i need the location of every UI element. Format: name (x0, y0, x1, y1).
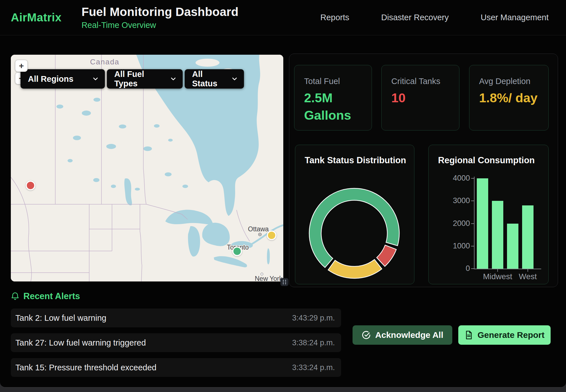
y-tick-label: 3000 (436, 196, 470, 205)
tank-map[interactable]: Canada Ottawa Toronto New York (11, 55, 283, 281)
recent-alerts-title: Recent Alerts (23, 291, 80, 301)
generate-report-label: Generate Report (477, 330, 544, 340)
nav-reports[interactable]: Reports (320, 13, 349, 22)
alert-time: 3:38:24 p.m. (292, 338, 335, 347)
status-filter-dropdown[interactable]: All Status (185, 69, 244, 89)
map-label-new-york: New York (255, 275, 283, 281)
y-tick-mark (471, 223, 474, 224)
stat-card-critical-tanks: Critical Tanks 10 (381, 65, 459, 130)
tank-status-distribution-card: Tank Status Distribution (295, 145, 414, 284)
chart-title: Tank Status Distribution (305, 155, 406, 166)
x-tick-mark (528, 269, 528, 272)
regional-consumption-card: Regional Consumption 01000200030004000Mi… (428, 145, 549, 284)
map-island (196, 59, 219, 67)
main-nav: Reports Disaster Recovery User Managemen… (320, 13, 549, 22)
alert-message: Tank 2: Low fuel warning (15, 313, 106, 323)
bar-1 (492, 201, 503, 269)
stat-card-total-fuel: Total Fuel 2.5M Gallons (294, 65, 372, 130)
page-title: Fuel Monitoring Dashboard (82, 5, 239, 19)
acknowledge-all-button[interactable]: Acknowledge All (353, 325, 452, 345)
bar-3 (522, 205, 534, 269)
donut-segment-warning (328, 260, 382, 278)
y-tick-mark (471, 246, 474, 246)
status-filter-value: All Status (192, 70, 227, 88)
stat-card-avg-depletion: Avg Depletion 1.8%/ day (469, 65, 549, 130)
x-tick-mark (497, 269, 498, 272)
nav-user-management[interactable]: User Management (481, 13, 549, 22)
alert-row: Tank 2: Low fuel warning 3:43:29 p.m. (11, 309, 341, 327)
alert-row: Tank 15: Pressure threshold exceeded 3:3… (11, 358, 341, 377)
map-zoom-in-button[interactable]: + (15, 60, 28, 72)
map-label-ottawa: Ottawa (248, 225, 269, 233)
y-tick-label: 0 (436, 264, 470, 273)
fuel-filter-value: All Fuel Types (114, 70, 166, 88)
page-subtitle: Real-Time Overview (82, 21, 239, 30)
tank-marker-critical[interactable] (26, 181, 35, 190)
tank-marker-normal[interactable] (232, 246, 242, 256)
map-lake-champlain (267, 248, 270, 264)
x-category-label: West (511, 272, 545, 281)
brand-logo: AirMatrix (11, 11, 62, 24)
recent-alerts-heading: Recent Alerts (11, 291, 80, 301)
fuel-type-filter-dropdown[interactable]: All Fuel Types (107, 69, 183, 89)
top-bar: AirMatrix Fuel Monitoring Dashboard Real… (0, 0, 566, 35)
y-tick-mark (471, 201, 474, 201)
y-axis-line (474, 177, 475, 269)
stat-label: Critical Tanks (391, 77, 459, 86)
y-tick-label: 4000 (436, 174, 470, 183)
region-filter-dropdown[interactable]: All Regions (21, 69, 105, 89)
donut-segment-critical (377, 245, 396, 266)
bell-icon (11, 292, 19, 301)
alert-row: Tank 27: Low fuel warning triggered 3:38… (11, 333, 341, 352)
stat-value: 1.8%/ day (479, 89, 539, 107)
generate-report-button[interactable]: Generate Report (458, 325, 551, 345)
alert-time: 3:43:29 p.m. (292, 314, 335, 322)
nav-disaster-recovery[interactable]: Disaster Recovery (381, 13, 449, 22)
x-category-label: Midwest (481, 272, 515, 281)
fuel-monitoring-dashboard: AirMatrix Fuel Monitoring Dashboard Real… (0, 0, 566, 387)
y-tick-mark (471, 268, 474, 269)
chart-title: Regional Consumption (438, 155, 535, 166)
chevron-down-icon (170, 75, 177, 83)
document-icon (464, 330, 473, 340)
map-canvas: Canada Ottawa Toronto New York (11, 55, 283, 281)
acknowledge-all-label: Acknowledge All (375, 330, 443, 340)
stat-value: 2.5M Gallons (304, 89, 364, 124)
bar-2 (507, 224, 518, 269)
stat-label: Avg Depletion (479, 77, 548, 86)
y-tick-label: 1000 (436, 242, 470, 250)
resize-grip-handle[interactable] (280, 278, 288, 286)
region-filter-value: All Regions (28, 74, 74, 84)
grip-dots-icon (282, 279, 287, 285)
title-block: Fuel Monitoring Dashboard Real-Time Over… (82, 5, 239, 30)
check-circle-icon (362, 330, 371, 340)
bar-0 (477, 178, 488, 269)
chevron-down-icon (92, 75, 99, 83)
tank-status-donut (307, 186, 401, 280)
x-axis-line (474, 269, 541, 269)
alert-time: 3:33:24 p.m. (292, 363, 335, 372)
alert-message: Tank 27: Low fuel warning triggered (15, 338, 146, 348)
tank-marker-warning[interactable] (267, 230, 276, 240)
stat-label: Total Fuel (304, 77, 372, 86)
y-tick-label: 2000 (436, 219, 470, 228)
chevron-down-icon (231, 75, 238, 83)
y-tick-mark (471, 178, 474, 179)
alert-message: Tank 15: Pressure threshold exceeded (15, 363, 156, 372)
stat-value: 10 (391, 89, 451, 107)
map-label-canada: Canada (90, 58, 119, 66)
